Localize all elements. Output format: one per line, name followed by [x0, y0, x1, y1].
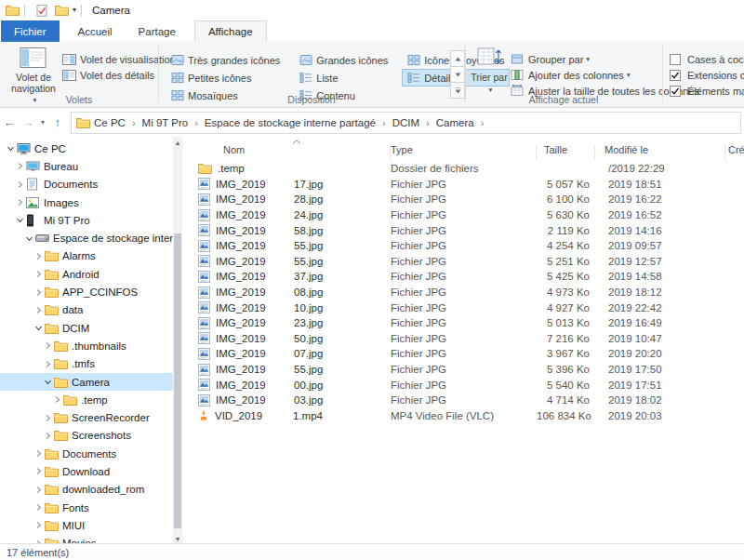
tree-item-bureau[interactable]: Bureau [0, 157, 173, 175]
chevron-right-icon[interactable] [41, 432, 54, 440]
qat-properties-button[interactable] [34, 3, 49, 18]
tree-item-alarms[interactable]: Alarms [0, 247, 173, 265]
chevron-right-icon[interactable] [32, 467, 45, 475]
table-row[interactable]: IMG_201937.jpgFichier JPG5 425 Ko2019 14… [186, 269, 744, 285]
chevron-right-icon[interactable] [13, 162, 26, 170]
qat-customize-chevron-icon[interactable]: ▾ [73, 7, 76, 14]
tab-accueil[interactable]: Accueil [65, 20, 126, 42]
chevron-right-icon[interactable] [32, 503, 45, 512]
view-option-grandes-ic-nes[interactable]: Grandes icônes [294, 51, 392, 69]
address-box[interactable]: Ce PC›Mi 9T Pro›Espace de stockage inter… [71, 112, 741, 134]
chevron-right-icon[interactable] [41, 360, 54, 368]
column-header-taille[interactable]: Taille [537, 144, 595, 161]
chevron-down-icon[interactable] [13, 216, 26, 224]
chevron-right-icon[interactable] [32, 288, 45, 297]
table-row[interactable]: IMG_201928.jpgFichier JPG6 100 Ko2019 16… [186, 192, 744, 207]
checkbox-l-ments-masqu-s[interactable]: Éléments masqués [670, 83, 744, 99]
table-row[interactable]: IMG_201923.jpgFichier JPG5 013 Ko2019 16… [186, 315, 744, 331]
tab-fichier[interactable]: Fichier [1, 20, 60, 42]
table-row[interactable]: IMG_201950.jpgFichier JPG7 216 Ko2019 10… [186, 331, 744, 347]
chevron-down-icon[interactable] [41, 378, 54, 386]
breadcrumb-item-mi-9t-pro[interactable]: Mi 9T Pro [142, 117, 189, 128]
tree-item-mi-9t-pro[interactable]: Mi 9T Pro [0, 211, 173, 229]
tree-item-miui[interactable]: MIUI [0, 516, 173, 534]
up-button[interactable]: ↑ [48, 115, 67, 129]
chevron-right-icon[interactable] [32, 306, 45, 314]
scrollbar-thumb[interactable] [174, 233, 181, 528]
chevron-right-icon[interactable] [50, 395, 63, 404]
column-header-nom[interactable]: Nom [186, 144, 391, 161]
chevron-right-icon[interactable] [13, 180, 26, 189]
table-row[interactable]: IMG_201955.jpgFichier JPG4 254 Ko2019 09… [186, 238, 744, 254]
chevron-down-icon[interactable] [32, 324, 45, 332]
tree-item-data[interactable]: data [0, 301, 173, 319]
history-chevron-icon[interactable]: ▾ [37, 118, 48, 127]
tree-item-images[interactable]: Images [0, 193, 173, 211]
sort-by-button[interactable]: Trier par ▾ [471, 44, 508, 95]
gallery-scroll-up-icon[interactable] [450, 50, 465, 67]
breadcrumb-item-espace-de-stockage-interne-partag[interactable]: Espace de stockage interne partagé [205, 117, 376, 128]
qat-new-folder-button[interactable] [54, 3, 69, 18]
tree-item-app-ccinfos[interactable]: APP_CCINFOS [0, 283, 173, 300]
tab-partage[interactable]: Partage [126, 20, 189, 42]
chevron-down-icon[interactable] [22, 234, 35, 243]
chevron-right-icon[interactable] [41, 414, 54, 422]
view-option-petites-ic-nes[interactable]: Petites icônes [166, 69, 285, 87]
tab-affichage[interactable]: Affichage [194, 20, 267, 42]
tree-item-android[interactable]: Android [0, 265, 173, 283]
checkbox-cases-cocher-des-l-ments[interactable]: Cases à cocher des éléments [670, 51, 744, 67]
table-row[interactable]: IMG_201903.jpgFichier JPG4 714 Ko2019 18… [186, 393, 744, 408]
tree-scrollbar[interactable]: ▲ ▼ [173, 137, 182, 544]
tree-item-ce-pc[interactable]: Ce PC [0, 140, 173, 157]
table-row[interactable]: IMG_201958.jpgFichier JPG2 119 Ko2019 14… [186, 222, 744, 238]
chevron-right-icon[interactable] [32, 252, 45, 260]
chevron-down-icon[interactable] [4, 144, 17, 153]
tree-item-dcim[interactable]: DCIM [0, 319, 173, 337]
breadcrumb-chevron-icon[interactable]: › [382, 117, 386, 128]
breadcrumb-chevron-icon[interactable]: › [194, 117, 198, 128]
table-row[interactable]: IMG_201907.jpgFichier JPG3 967 Ko2019 20… [186, 346, 744, 362]
chevron-right-icon[interactable] [13, 198, 26, 207]
tree-item-thumbnails[interactable]: .thumbnails [0, 337, 173, 354]
chevron-right-icon[interactable] [32, 270, 45, 278]
table-row[interactable]: .tempDossier de fichiers/2019 22:29 [186, 161, 744, 177]
tree-item-downloaded-rom[interactable]: downloaded_rom [0, 481, 173, 499]
tree-item-documents[interactable]: Documents [0, 445, 173, 462]
tree-item-temp[interactable]: .temp [0, 391, 173, 408]
view-option-liste[interactable]: Liste [294, 69, 392, 87]
forward-button[interactable]: → [19, 115, 37, 129]
breadcrumb-chevron-icon[interactable]: › [132, 117, 136, 128]
breadcrumb-item-dcim[interactable]: DCIM [392, 117, 419, 128]
tree-item-screenrecorder[interactable]: ScreenRecorder [0, 408, 173, 426]
table-row[interactable]: IMG_201917.jpgFichier JPG5 057 Ko2019 18… [186, 177, 744, 193]
tree-item-download[interactable]: Download [0, 462, 173, 480]
column-header-type[interactable]: Type [391, 144, 537, 161]
tree-item-tmfs[interactable]: .tmfs [0, 355, 173, 373]
table-row[interactable]: IMG_201955.jpgFichier JPG5 396 Ko2019 17… [186, 362, 744, 378]
scroll-up-icon[interactable]: ▲ [173, 137, 182, 148]
column-header-cree-le[interactable]: Créé le [725, 144, 744, 161]
gallery-scroll-down-icon[interactable] [450, 66, 465, 83]
checkbox-extensions-de-noms-de-fichiers[interactable]: Extensions de noms de fichiers [670, 67, 744, 83]
chevron-right-icon[interactable] [32, 486, 45, 494]
chevron-right-icon[interactable] [41, 341, 54, 350]
table-row[interactable]: VID_20191.mp4MP4 Video File (VLC)106 834… [186, 408, 744, 424]
table-row[interactable]: IMG_201955.jpgFichier JPG5 251 Ko2019 12… [186, 254, 744, 270]
chevron-right-icon[interactable] [32, 449, 45, 458]
breadcrumb-chevron-icon[interactable]: › [481, 117, 485, 128]
column-header-modifie-le[interactable]: Modifié le [595, 144, 725, 161]
tree-item-fonts[interactable]: Fonts [0, 499, 173, 516]
breadcrumb-chevron-icon[interactable]: › [426, 117, 430, 128]
table-row[interactable]: IMG_201924.jpgFichier JPG5 630 Ko2019 16… [186, 207, 744, 223]
breadcrumb-item-ce-pc[interactable]: Ce PC [94, 117, 126, 128]
table-row[interactable]: IMG_201900.jpgFichier JPG5 540 Ko2019 17… [186, 377, 744, 393]
tree-item-screenshots[interactable]: Screenshots [0, 427, 173, 445]
tree-item-documents[interactable]: Documents [0, 176, 173, 193]
table-row[interactable]: IMG_201908.jpgFichier JPG4 973 Ko2019 18… [186, 285, 744, 300]
chevron-right-icon[interactable] [32, 521, 45, 529]
tree-item-camera[interactable]: Camera [0, 373, 173, 391]
tree-item-espace-de-stockage-interne-parta[interactable]: Espace de stockage interne parta [0, 229, 173, 247]
back-button[interactable]: ← [0, 115, 19, 129]
table-row[interactable]: IMG_201910.jpgFichier JPG4 927 Ko2019 22… [186, 300, 744, 315]
breadcrumb-item-camera[interactable]: Camera [436, 117, 474, 128]
